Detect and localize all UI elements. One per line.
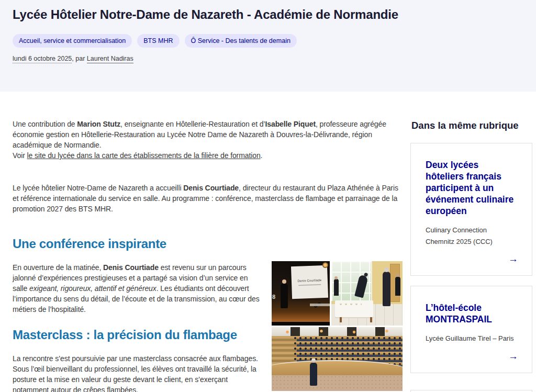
paragraph-contribution: Une contribution de Marion Stutz, enseig… — [13, 119, 403, 161]
text-segment: Voir — [13, 151, 27, 160]
arrow-right-icon[interactable]: → — [508, 253, 518, 265]
related-article-card[interactable]: Deux lycées hôteliers français participe… — [410, 143, 532, 276]
speaker-silhouette — [310, 363, 317, 386]
stage-table — [310, 304, 330, 306]
author-name-isabelle-piquet: Isabelle Piquet — [265, 120, 316, 128]
tag-list: Accueil, service et commercialisation BT… — [13, 34, 297, 48]
photo-conference-stage: Denis Courtiade 8 — [272, 261, 330, 326]
same-rubric-sidebar: Dans la même rubrique Deux lycées hôteli… — [410, 120, 532, 392]
tag-o-service[interactable]: Ô Service - Des talents de demain — [185, 34, 297, 48]
guest-name-denis-courtiade: Denis Courtiade — [103, 263, 159, 272]
photo-collage: Denis Courtiade 8 — [272, 261, 403, 392]
photo-flambage-demo — [331, 261, 403, 326]
related-article-card-partial[interactable] — [410, 390, 532, 392]
related-card-subtitle: Culinary Connection Chemnitz 2025 (CCC) — [426, 225, 517, 248]
flambage-table — [335, 300, 373, 317]
text-segment: Une contribution de — [13, 120, 77, 128]
guest-name-denis-courtiade: Denis Courtiade — [183, 184, 239, 192]
related-card-title[interactable]: L’hôtel-école MONTRASPAIL — [426, 302, 517, 325]
paragraph-intro: Le lycée hôtelier Notre-Dame de Nazareth… — [13, 183, 403, 214]
screen-subtitle-line — [298, 284, 321, 285]
waiter-silhouette-right — [395, 277, 400, 296]
tag-accueil-service[interactable]: Accueil, service et commercialisation — [13, 34, 132, 48]
article-body: Une contribution de Marion Stutz, enseig… — [13, 119, 403, 392]
byline-separator: , par — [72, 55, 87, 62]
text-segment: , enseignante en Hôtellerie-Restauration… — [120, 120, 265, 128]
page-title: Lycée Hôtelier Notre-Dame de Nazareth - … — [13, 7, 398, 23]
publish-date: lundi 6 octobre 2025 — [13, 55, 72, 63]
text-segment: . — [261, 151, 263, 160]
courtiade-silhouette — [383, 272, 390, 306]
speaker-silhouette — [281, 283, 288, 308]
author-name-marion-stutz: Marion Stutz — [77, 120, 120, 128]
author-link[interactable]: Laurent Nadiras — [87, 55, 133, 63]
text-segment: En ouverture de la matinée, — [13, 263, 103, 272]
collage-top-row: Denis Courtiade 8 — [272, 261, 403, 326]
stage-number: 8 — [272, 294, 275, 300]
related-card-title[interactable]: Deux lycées hôteliers français participe… — [426, 159, 517, 217]
waiter-silhouette-left — [334, 279, 339, 296]
tag-bts-mhr[interactable]: BTS MHR — [137, 34, 179, 48]
section-heading-conference: Une conférence inspirante — [13, 236, 403, 252]
dateline: lundi 6 octobre 2025, par Laurent Nadira… — [13, 55, 133, 62]
arrow-right-icon[interactable]: → — [508, 351, 518, 362]
page-header-band: Lycée Hôtelier Notre-Dame de Nazareth - … — [0, 0, 536, 92]
related-article-card[interactable]: L’hôtel-école MONTRASPAIL Lycée Guillaum… — [410, 286, 532, 373]
ceiling-lights — [272, 327, 403, 336]
quote-values: exigeant, rigoureux, attentif et généreu… — [29, 284, 157, 293]
projection-screen: Denis Courtiade — [291, 265, 328, 298]
sidebar-heading: Dans la même rubrique — [411, 120, 532, 131]
spotlight-icon — [322, 262, 328, 268]
screen-title-text: Denis Courtiade — [297, 278, 321, 283]
lycee-map-link[interactable]: le site du lycée dans la carte des établ… — [27, 151, 261, 160]
photo-amphitheatre — [272, 327, 403, 391]
stage-floor — [272, 375, 403, 391]
text-segment: Le lycée hôtelier Notre-Dame de Nazareth… — [13, 184, 183, 192]
related-card-subtitle: Lycée Guillaume Tirel – Paris — [426, 333, 517, 344]
